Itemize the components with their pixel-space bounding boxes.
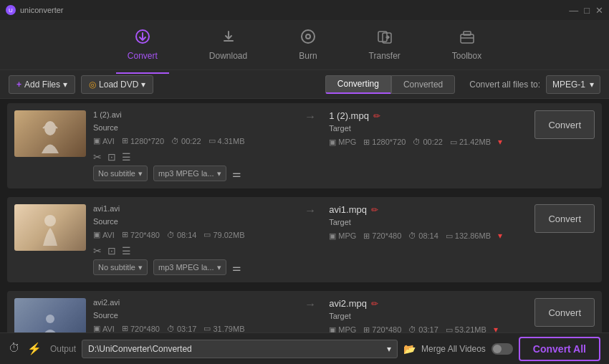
add-files-label: Add Files [24, 80, 60, 90]
thumbnail-2 [14, 204, 86, 251]
nav-download[interactable]: Download [198, 24, 259, 65]
maximize-button[interactable]: □ [584, 5, 590, 16]
arrow-2: → [299, 204, 322, 217]
t-format-icon-2: ▣ [329, 231, 336, 241]
file-item-2: avi1.avi Source ▣AVI ⊞720*480 ⏱08:14 ▭79… [7, 197, 602, 282]
dur-icon-2: ⏱ [167, 231, 175, 239]
source-label-3: Source [93, 311, 292, 320]
close-button[interactable]: ✕ [595, 5, 603, 16]
file-2-target-info: avi1.mpq ✏ Target ▣MPG ⊞720*480 ⏱08:14 ▭… [329, 204, 527, 241]
file-item-1: 1 (2).avi Source ▣AVI ⊞1280*720 ⏱00:22 ▭… [7, 103, 602, 188]
cut-icon-2[interactable]: ✂ [93, 245, 102, 257]
nav-toolbox[interactable]: Toolbox [441, 24, 493, 65]
nav-burn[interactable]: Burn [287, 24, 328, 65]
add-files-dropdown-icon[interactable]: ▾ [63, 80, 67, 90]
target-dropdown-3[interactable]: ▾ [494, 325, 498, 332]
app-title: uniconverter [20, 6, 64, 14]
crop-icon-1[interactable]: ⊡ [107, 151, 116, 163]
merge-toggle[interactable] [491, 343, 513, 355]
t-res-icon-1: ⊞ [363, 138, 370, 147]
subtitle-select-2[interactable]: No subtitle ▾ [93, 259, 148, 275]
convert-all-files-label: Convert all files to: [469, 80, 540, 90]
crop-icon-2[interactable]: ⊡ [107, 245, 116, 257]
source-label-2: Source [93, 217, 292, 226]
dur-icon-3: ⏱ [167, 325, 175, 333]
load-dvd-button[interactable]: ◎ Load DVD ▾ [81, 75, 153, 94]
add-files-button[interactable]: + Add Files ▾ [9, 75, 75, 94]
target-dropdown-1[interactable]: ▾ [498, 137, 502, 147]
tab-converting[interactable]: Converting [325, 75, 391, 94]
format-value: MPEG-1 [552, 80, 585, 90]
convert-button-2[interactable]: Convert [534, 204, 595, 233]
minimize-button[interactable]: — [569, 5, 578, 16]
edit-icon-2[interactable]: ✏ [371, 205, 378, 215]
equalizer-icon-1[interactable]: ⚌ [232, 168, 241, 179]
tabs-area: Converting Converted [325, 75, 455, 94]
window-controls[interactable]: — □ ✕ [569, 5, 603, 16]
edit-icon-1[interactable]: ✏ [373, 111, 380, 121]
convert-button-3[interactable]: Convert [534, 298, 595, 327]
output-dropdown-icon[interactable]: ▾ [387, 344, 391, 354]
t-res-icon-2: ⊞ [363, 231, 370, 241]
t-dur-icon-3: ⏱ [408, 325, 416, 332]
thumbnail-3: clip [14, 298, 86, 332]
thumb-controls-1: ✂ ⊡ ☰ [93, 148, 292, 163]
file-item-3: clip avi2.avi Source ▣AVI ⊞720*480 ⏱03:1… [7, 291, 602, 332]
arrow-3: → [299, 298, 322, 311]
nav-convert[interactable]: Convert [116, 24, 169, 65]
audio-select-1[interactable]: mp3 MPEG la... ▾ [153, 166, 226, 181]
t-size-icon-1: ▭ [450, 138, 457, 147]
settings-icon-2[interactable]: ☰ [122, 245, 131, 257]
equalizer-icon-2[interactable]: ⚌ [232, 262, 241, 273]
svg-point-9 [44, 215, 56, 226]
file-list: 1 (2).avi Source ▣AVI ⊞1280*720 ⏱00:22 ▭… [0, 99, 609, 332]
nav-transfer-label: Transfer [369, 51, 401, 61]
tab-converted[interactable]: Converted [391, 75, 455, 94]
flash-icon[interactable]: ⚡ [27, 342, 42, 355]
t-dur-icon-1: ⏱ [413, 138, 421, 146]
target-dropdown-2[interactable]: ▾ [498, 231, 502, 241]
nav-transfer[interactable]: Transfer [358, 24, 412, 65]
edit-icon-3[interactable]: ✏ [371, 299, 378, 309]
output-path[interactable]: D:\UniConverter\Converted ▾ [82, 340, 398, 358]
history-icon[interactable]: ⏱ [9, 342, 20, 355]
cut-icon-1[interactable]: ✂ [93, 151, 102, 163]
format-dropdown-icon: ▾ [590, 80, 594, 90]
nav-download-label: Download [209, 51, 247, 61]
t-res-icon-3: ⊞ [363, 325, 370, 333]
audio-select-2[interactable]: mp3 MPEG la... ▾ [153, 259, 226, 275]
settings-icon-1[interactable]: ☰ [122, 151, 131, 163]
format-select[interactable]: MPEG-1 ▾ [546, 75, 600, 94]
load-dvd-dropdown-icon[interactable]: ▾ [141, 80, 145, 90]
convert-button-1[interactable]: Convert [534, 110, 595, 139]
subtitle-select-1[interactable]: No subtitle ▾ [93, 166, 148, 181]
format-icon-1: ▣ [93, 136, 100, 145]
svg-rect-5 [461, 34, 474, 43]
size-icon-3: ▭ [203, 324, 211, 332]
target-label-3: Target [329, 312, 527, 320]
convert-btn-area-1: Convert [534, 110, 595, 139]
subtitle-row-2: No subtitle ▾ mp3 MPEG la... ▾ ⚌ [14, 259, 595, 275]
folder-open-icon[interactable]: 📂 [403, 343, 416, 355]
thumb-controls-2: ✂ ⊡ ☰ [93, 242, 292, 257]
toggle-knob [493, 345, 502, 353]
output-label: Output [50, 344, 76, 354]
file-2-source-name: avi1.avi [93, 204, 292, 213]
title-bar: U uniconverter — □ ✕ [0, 0, 609, 20]
bottom-icons: ⏱ ⚡ [9, 342, 42, 355]
size-icon-1: ▭ [208, 136, 216, 145]
target-label-1: Target [329, 124, 527, 133]
res-icon-2: ⊞ [122, 230, 128, 239]
convert-all-button[interactable]: Convert All [519, 337, 600, 361]
toolbar: + Add Files ▾ ◎ Load DVD ▾ Converting Co… [0, 70, 609, 99]
download-icon [221, 29, 236, 48]
svg-rect-6 [464, 32, 471, 35]
bottom-bar: ⏱ ⚡ Output D:\UniConverter\Converted ▾ 📂… [0, 332, 609, 364]
transfer-icon [377, 29, 393, 48]
target-name-3: avi2.mpq [329, 298, 367, 309]
format-icon-2: ▣ [93, 230, 100, 239]
t-size-icon-2: ▭ [446, 231, 453, 241]
file-2-source-info: avi1.avi Source ▣AVI ⊞720*480 ⏱08:14 ▭79… [93, 204, 292, 257]
svg-point-10 [46, 315, 54, 323]
svg-point-1 [302, 30, 315, 43]
